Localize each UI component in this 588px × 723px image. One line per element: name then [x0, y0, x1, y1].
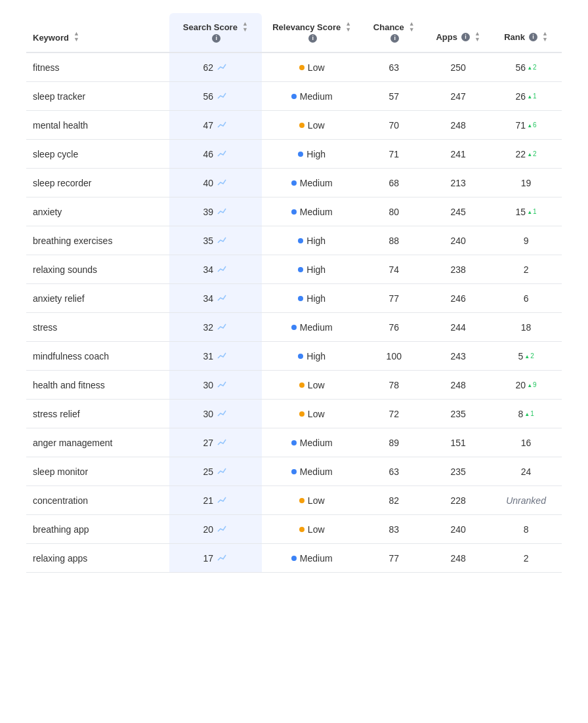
cell-rank: 16: [490, 428, 562, 457]
rank-value-container: 24: [497, 466, 555, 477]
col-header-keyword[interactable]: Keyword ▲▼: [26, 13, 169, 52]
chart-icon[interactable]: [217, 379, 228, 390]
arrow-up-icon: [527, 64, 532, 71]
chart-icon[interactable]: [217, 495, 228, 506]
rank-value-container: 81: [497, 409, 555, 419]
cell-chance: 70: [362, 111, 426, 140]
col-header-rank[interactable]: Rank i ▲▼: [490, 13, 562, 52]
cell-relevancy: Medium: [262, 544, 362, 573]
sort-icon-rank[interactable]: ▲▼: [542, 31, 548, 43]
cell-search-score: 34: [169, 255, 262, 284]
chart-icon[interactable]: [217, 466, 228, 477]
cell-apps: 245: [426, 197, 490, 226]
rank-change-value: 2: [530, 352, 534, 360]
cell-keyword: relaxing apps: [26, 544, 169, 573]
cell-keyword: stress relief: [26, 400, 169, 428]
chart-icon[interactable]: [217, 62, 228, 73]
rank-value-container: 8: [497, 524, 555, 535]
cell-relevancy: High: [262, 284, 362, 313]
cell-rank: 716: [490, 111, 562, 140]
cell-chance: 77: [362, 544, 426, 573]
table-row: relaxing sounds34High742382: [26, 255, 562, 284]
cell-keyword: relaxing sounds: [26, 255, 169, 284]
col-header-search-score[interactable]: Search Score ▲▼ i: [169, 13, 262, 52]
sort-icon-relevancy[interactable]: ▲▼: [345, 21, 351, 33]
relevancy-dot: [298, 267, 303, 272]
relevancy-dot: [299, 123, 304, 128]
cell-apps: 238: [426, 255, 490, 284]
cell-rank: 562: [490, 52, 562, 82]
col-header-chance[interactable]: Chance ▲▼ i: [362, 13, 426, 52]
cell-chance: 72: [362, 400, 426, 428]
cell-relevancy: Low: [262, 400, 362, 428]
relevancy-label: Medium: [300, 178, 333, 188]
rank-number: 16: [521, 438, 532, 448]
cell-search-score: 34: [169, 284, 262, 313]
cell-rank: 8: [490, 515, 562, 544]
arrow-up-icon: [527, 93, 532, 100]
table-container: Keyword ▲▼ Search Score ▲▼ i: [0, 0, 588, 586]
relevancy-dot: [299, 527, 304, 532]
rank-value-container: 9: [497, 236, 555, 246]
rank-number: 9: [524, 236, 529, 246]
chart-icon[interactable]: [217, 206, 228, 217]
cell-apps: 240: [426, 226, 490, 255]
relevancy-label: Low: [308, 524, 325, 535]
cell-chance: 57: [362, 82, 426, 111]
cell-rank: 52: [490, 342, 562, 371]
chart-icon[interactable]: [217, 293, 228, 304]
sort-icon-apps[interactable]: ▲▼: [474, 31, 480, 43]
relevancy-dot: [291, 440, 297, 445]
rank-value-container: 222: [497, 149, 555, 159]
rank-value-container: 52: [497, 351, 555, 362]
relevancy-dot: [299, 498, 304, 503]
chart-icon[interactable]: [217, 437, 228, 448]
cell-relevancy: Medium: [262, 313, 362, 342]
info-icon-relevancy[interactable]: i: [308, 34, 317, 43]
relevancy-dot: [298, 296, 303, 301]
search-score-value: 25: [203, 466, 214, 477]
chart-icon[interactable]: [217, 91, 228, 102]
rank-number: 18: [521, 322, 532, 333]
rank-number: 2: [524, 264, 529, 275]
cell-keyword: anxiety: [26, 197, 169, 226]
table-row: mindfulness coach31High10024352: [26, 342, 562, 371]
cell-keyword: anger management: [26, 428, 169, 457]
cell-keyword: health and fitness: [26, 371, 169, 400]
rank-number: 19: [521, 178, 532, 188]
cell-apps: 248: [426, 111, 490, 140]
col-header-relevancy[interactable]: Relevancy Score ▲▼ i: [262, 13, 362, 52]
chart-icon[interactable]: [217, 321, 228, 333]
relevancy-dot: [291, 325, 297, 330]
chart-icon[interactable]: [217, 264, 228, 275]
rank-change-value: 6: [533, 121, 537, 129]
arrow-up-icon: [527, 150, 532, 157]
chart-icon[interactable]: [217, 350, 228, 362]
chart-icon[interactable]: [217, 148, 228, 159]
rank-number: 71: [516, 120, 526, 131]
chart-icon[interactable]: [217, 552, 228, 564]
info-icon-search-score[interactable]: i: [212, 34, 220, 43]
sort-icon-keyword[interactable]: ▲▼: [74, 31, 79, 43]
table-row: fitness62Low63250562: [26, 52, 562, 82]
sort-icon-chance[interactable]: ▲▼: [409, 21, 415, 33]
search-score-value: 30: [203, 380, 214, 390]
chart-icon[interactable]: [217, 524, 228, 535]
chart-icon[interactable]: [217, 119, 228, 131]
cell-search-score: 25: [169, 457, 262, 486]
rank-value-container: 562: [497, 62, 555, 73]
col-header-apps[interactable]: Apps i ▲▼: [426, 13, 490, 52]
info-icon-chance[interactable]: i: [390, 34, 399, 43]
chart-icon[interactable]: [217, 177, 228, 188]
rank-change-value: 9: [533, 381, 537, 388]
info-icon-rank[interactable]: i: [529, 33, 537, 41]
cell-apps: 235: [426, 457, 490, 486]
info-icon-apps[interactable]: i: [461, 33, 470, 41]
relevancy-dot: [298, 238, 303, 243]
chart-icon[interactable]: [217, 235, 228, 246]
rank-number: 26: [516, 91, 526, 102]
cell-relevancy: High: [262, 226, 362, 255]
chart-icon[interactable]: [217, 408, 228, 419]
cell-relevancy: High: [262, 255, 362, 284]
sort-icon-search-score[interactable]: ▲▼: [242, 21, 248, 33]
